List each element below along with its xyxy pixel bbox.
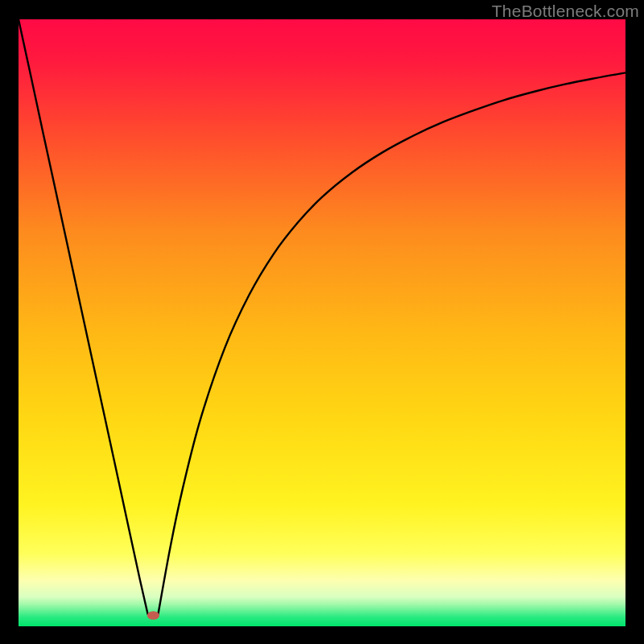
plot-frame (19, 19, 625, 626)
bottleneck-chart (19, 19, 625, 626)
watermark-text: TheBottleneck.com (492, 2, 639, 21)
min-point-marker (147, 611, 159, 620)
gradient-background (19, 19, 625, 626)
